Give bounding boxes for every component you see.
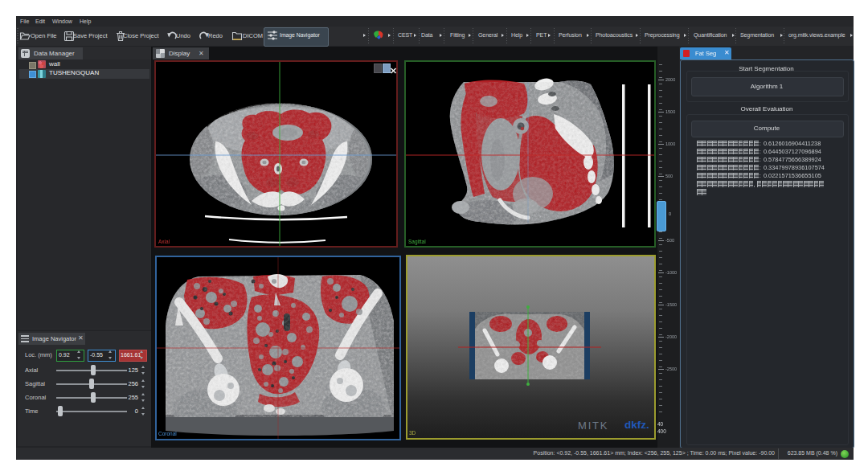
- svg-text:Coronal: Coronal: [158, 431, 177, 436]
- svg-text:3D: 3D: [409, 430, 416, 436]
- svg-text:Axial: Axial: [158, 239, 170, 244]
- svg-text:Sagittal: Sagittal: [408, 239, 426, 245]
